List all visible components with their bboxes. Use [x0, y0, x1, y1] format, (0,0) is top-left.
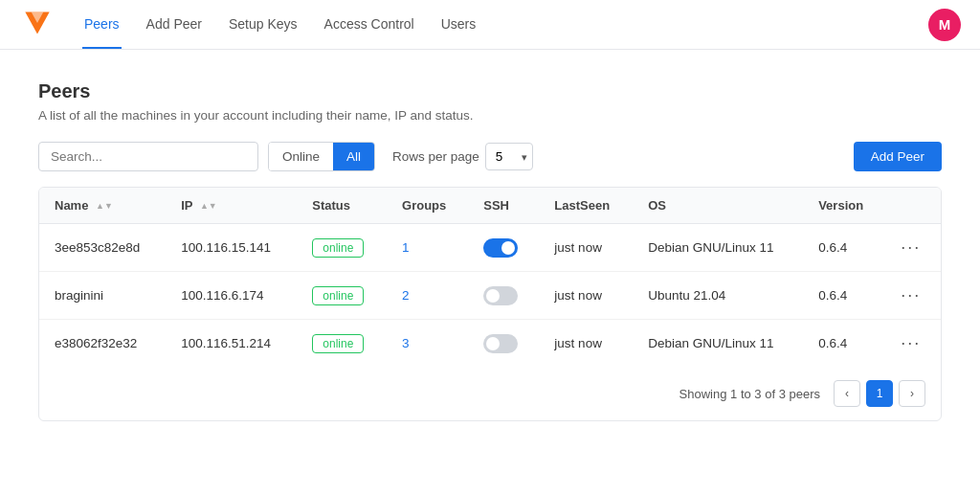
- user-avatar[interactable]: M: [928, 9, 961, 41]
- filter-group: Online All: [268, 142, 375, 171]
- filter-online-button[interactable]: Online: [269, 143, 333, 170]
- table-row: e38062f32e32 100.116.51.214 online 3 jus…: [39, 320, 941, 368]
- status-badge: online: [312, 238, 364, 258]
- navbar: Peers Add Peer Setup Keys Access Control…: [0, 0, 980, 50]
- nav-item-peers[interactable]: Peers: [82, 1, 122, 49]
- col-ssh: SSH: [468, 188, 539, 224]
- nav-item-setup-keys[interactable]: Setup Keys: [227, 1, 300, 49]
- table-row: braginini 100.116.6.174 online 2 just no…: [39, 272, 941, 320]
- cell-version: 0.6.4: [803, 224, 885, 272]
- add-peer-button[interactable]: Add Peer: [854, 142, 942, 171]
- ssh-toggle[interactable]: [483, 238, 518, 258]
- status-badge: online: [312, 334, 364, 353]
- toolbar: Online All Rows per page 5 10 20 Add Pee…: [38, 142, 942, 171]
- pagination-prev[interactable]: ‹: [834, 380, 860, 407]
- nav-item-users[interactable]: Users: [439, 1, 479, 49]
- col-lastseen: LastSeen: [539, 188, 633, 224]
- page-subtitle: A list of all the machines in your accou…: [38, 108, 942, 123]
- pagination-next[interactable]: ›: [899, 380, 925, 407]
- col-groups: Groups: [387, 188, 468, 224]
- logo[interactable]: [19, 5, 56, 44]
- cell-status: online: [297, 320, 387, 368]
- ssh-toggle[interactable]: [483, 286, 518, 305]
- sort-icons-ip[interactable]: ▲▼: [200, 202, 217, 211]
- cell-ip: 100.116.15.141: [166, 224, 297, 272]
- cell-actions[interactable]: ···: [885, 224, 941, 272]
- cell-name: e38062f32e32: [39, 320, 166, 368]
- nav-links: Peers Add Peer Setup Keys Access Control…: [82, 1, 902, 49]
- cell-actions[interactable]: ···: [885, 320, 941, 368]
- row-actions-button[interactable]: ···: [901, 285, 921, 305]
- cell-lastseen: just now: [539, 272, 633, 320]
- filter-all-button[interactable]: All: [333, 143, 374, 170]
- cell-os: Ubuntu 21.04: [633, 272, 803, 320]
- rows-per-page-label: Rows per page: [392, 149, 479, 164]
- nav-item-add-peer[interactable]: Add Peer: [145, 1, 204, 49]
- rows-per-page: Rows per page 5 10 20: [392, 143, 533, 170]
- row-actions-button[interactable]: ···: [901, 237, 921, 258]
- cell-os: Debian GNU/Linux 11: [633, 224, 803, 272]
- page-title: Peers: [38, 80, 942, 102]
- cell-groups[interactable]: 2: [387, 272, 468, 320]
- sort-icons-name[interactable]: ▲▼: [96, 202, 113, 211]
- col-os: OS: [633, 188, 803, 224]
- cell-ssh[interactable]: [468, 224, 539, 272]
- cell-ssh[interactable]: [468, 272, 539, 320]
- peers-table-container: Name ▲▼ IP ▲▼ Status Groups SSH LastSeen…: [38, 187, 942, 421]
- col-version: Version: [803, 188, 885, 224]
- status-badge: online: [312, 286, 364, 305]
- cell-status: online: [297, 224, 387, 272]
- pagination-info: Showing 1 to 3 of 3 peers: [679, 387, 820, 401]
- cell-os: Debian GNU/Linux 11: [633, 320, 803, 368]
- col-ip: IP ▲▼: [166, 188, 297, 224]
- rows-per-page-select[interactable]: 5 10 20: [485, 143, 533, 170]
- cell-groups[interactable]: 1: [387, 224, 468, 272]
- group-link[interactable]: 3: [402, 336, 410, 350]
- cell-actions[interactable]: ···: [885, 272, 941, 320]
- cell-ip: 100.116.6.174: [166, 272, 297, 320]
- cell-name: braginini: [39, 272, 166, 320]
- table-row: 3ee853c82e8d 100.116.15.141 online 1 jus…: [39, 224, 941, 272]
- search-input[interactable]: [38, 142, 258, 171]
- cell-name: 3ee853c82e8d: [39, 224, 166, 272]
- cell-lastseen: just now: [539, 224, 633, 272]
- cell-status: online: [297, 272, 387, 320]
- group-link[interactable]: 2: [402, 288, 410, 303]
- col-actions: [885, 188, 941, 224]
- cell-version: 0.6.4: [803, 320, 885, 368]
- cell-ip: 100.116.51.214: [166, 320, 297, 368]
- cell-version: 0.6.4: [803, 272, 885, 320]
- pagination-page-1[interactable]: 1: [866, 380, 893, 407]
- rows-select-wrap: 5 10 20: [485, 143, 533, 170]
- col-status: Status: [297, 188, 387, 224]
- cell-ssh[interactable]: [468, 320, 539, 368]
- cell-groups[interactable]: 3: [387, 320, 468, 368]
- main-content: Peers A list of all the machines in your…: [0, 50, 980, 452]
- col-name: Name ▲▼: [39, 188, 166, 224]
- pagination: Showing 1 to 3 of 3 peers ‹ 1 ›: [39, 367, 941, 420]
- table-header-row: Name ▲▼ IP ▲▼ Status Groups SSH LastSeen…: [39, 188, 941, 224]
- row-actions-button[interactable]: ···: [901, 333, 921, 353]
- cell-lastseen: just now: [539, 320, 633, 368]
- group-link[interactable]: 1: [402, 240, 410, 255]
- ssh-toggle[interactable]: [483, 334, 518, 353]
- peers-table: Name ▲▼ IP ▲▼ Status Groups SSH LastSeen…: [39, 188, 941, 367]
- nav-item-access-control[interactable]: Access Control: [323, 1, 416, 49]
